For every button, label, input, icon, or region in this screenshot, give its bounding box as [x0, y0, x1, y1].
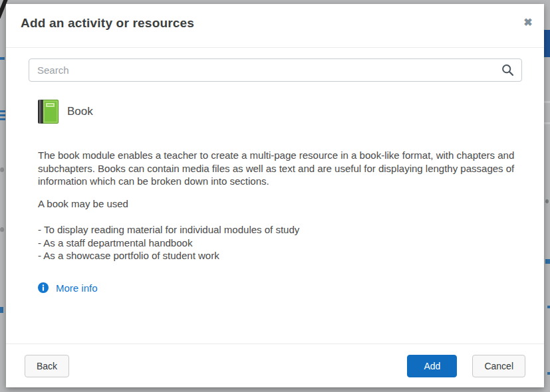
- search-input[interactable]: [29, 58, 522, 82]
- module-description: The book module enables a teacher to cre…: [38, 149, 518, 188]
- book-icon-cover: [43, 100, 59, 124]
- module-header: Book: [38, 100, 518, 124]
- background-fragment: [0, 167, 4, 172]
- book-icon-label: [46, 103, 55, 107]
- modal-header: Add an activity or resources ✖: [6, 4, 544, 48]
- back-button[interactable]: Back: [25, 355, 69, 377]
- background-button-fragment: [544, 30, 550, 57]
- more-info-link[interactable]: More info: [38, 282, 98, 294]
- modal-footer: Back Add Cancel: [6, 343, 544, 387]
- background-fragment: [547, 306, 550, 308]
- module-detail: Book The book module enables a teacher t…: [29, 100, 522, 296]
- usage-item: - As a staff departmental handbook: [38, 237, 518, 250]
- background-fragment: [545, 199, 549, 203]
- modal-body: Book The book module enables a teacher t…: [6, 48, 544, 343]
- background-fragment: [547, 372, 550, 375]
- usage-list: - To display reading material for indivi…: [38, 223, 518, 262]
- background-fragment: [0, 307, 3, 313]
- info-icon: [38, 282, 49, 293]
- background-fragment: [0, 57, 5, 60]
- search-bar: [29, 58, 522, 82]
- background-fragment: [0, 110, 5, 112]
- background-fragment: [0, 114, 5, 116]
- usage-intro: A book may be used: [38, 197, 518, 211]
- footer-actions: Add Cancel: [407, 355, 525, 377]
- usage-item: - As a showcase portfolio of student wor…: [38, 249, 518, 262]
- background-fragment: [545, 259, 550, 264]
- screen: Add an activity or resources ✖: [0, 0, 550, 392]
- add-activity-modal: Add an activity or resources ✖: [6, 4, 544, 387]
- more-info-label: More info: [56, 282, 98, 294]
- cancel-button[interactable]: Cancel: [472, 355, 525, 377]
- background-fragment: [0, 118, 5, 120]
- background-fragment: [544, 101, 550, 103]
- usage-item: - To display reading material for indivi…: [38, 223, 518, 237]
- close-icon[interactable]: ✖: [521, 15, 535, 30]
- background-fragment: [0, 227, 4, 232]
- add-button[interactable]: Add: [407, 355, 457, 377]
- module-name: Book: [67, 105, 93, 118]
- background-fragment: [544, 122, 550, 124]
- search-icon[interactable]: [501, 63, 515, 77]
- book-icon: [38, 100, 59, 124]
- modal-title: Add an activity or resources: [21, 16, 194, 31]
- book-icon-spine: [38, 100, 43, 124]
